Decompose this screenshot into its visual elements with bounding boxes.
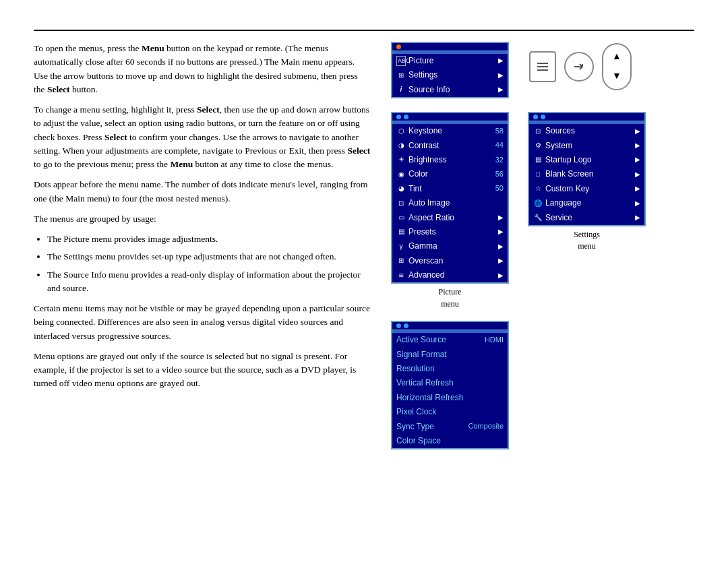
- main-menu-titlebar: [392, 43, 508, 51]
- language-icon: 🌐: [533, 199, 543, 209]
- main-menu-container: ABC Picture ▶ ⊞ Settings ▶: [391, 42, 509, 101]
- middle-section: ⬡Keystone 58 ◑Contrast 44 ☀Brightness 32…: [391, 112, 694, 310]
- paragraph-6: Menu options are grayed out only if the …: [34, 350, 371, 391]
- keystone-value: 58: [495, 126, 504, 137]
- sourceinfo-menu-titlebar: [392, 322, 508, 330]
- sourceinfo-activesource: Active Source HDMI: [392, 333, 508, 347]
- picture-menu-panel: ⬡Keystone 58 ◑Contrast 44 ☀Brightness 32…: [391, 112, 509, 284]
- presets-icon: ▤: [396, 227, 406, 237]
- picture-gamma: γGamma ▶: [392, 239, 508, 253]
- gamma-icon: γ: [396, 242, 406, 252]
- color-value: 56: [495, 169, 504, 180]
- menu-button-icon: [536, 61, 549, 73]
- brightness-icon: ☀: [396, 155, 406, 165]
- main-menu-item-picture: ABC Picture ▶: [392, 54, 508, 68]
- color-icon: ◉: [396, 170, 406, 180]
- sourceinfo-verticalrefresh: Vertical Refresh: [392, 376, 508, 390]
- settings-blankscreen: □Blank Screen ▶: [529, 167, 644, 181]
- keystone-icon: ⬡: [396, 127, 406, 137]
- picture-arrow: ▶: [498, 56, 504, 66]
- advanced-arrow: ▶: [498, 271, 504, 281]
- sourceinfo-synctype: Sync Type Composite: [392, 420, 508, 434]
- blankscreen-icon: □: [533, 170, 543, 180]
- picture-brightness: ☀Brightness 32: [392, 153, 508, 167]
- picture-icon: ABC: [396, 56, 406, 66]
- sourceinfo-dot2: [404, 323, 408, 328]
- sourceinfo-horizontalrefresh: Horizontal Refresh: [392, 391, 508, 405]
- tint-icon: ◕: [396, 184, 406, 194]
- gamma-arrow: ▶: [498, 242, 504, 252]
- main-menu-dot: [396, 44, 401, 49]
- right-column: ABC Picture ▶ ⊞ Settings ▶: [384, 42, 694, 449]
- picture-autoimage: ⊡Auto Image: [392, 196, 508, 210]
- aspectratio-icon: ▭: [396, 213, 406, 223]
- picture-aspectratio: ▭Aspect Ratio ▶: [392, 211, 508, 225]
- picture-keystone: ⬡Keystone 58: [392, 124, 508, 138]
- settings-customkey: ☆Custom Key ▶: [529, 182, 644, 196]
- overscan-arrow: ▶: [498, 256, 504, 266]
- up-arrow-icon: ▲: [612, 50, 621, 63]
- settings-service: 🔧Service ▶: [529, 211, 644, 225]
- sourceinfo-signalformat: Signal Format: [392, 348, 508, 362]
- top-section: ABC Picture ▶ ⊞ Settings ▶: [391, 42, 694, 101]
- settings-menu-caption: Settingsmenu: [528, 229, 646, 253]
- sources-icon: ⊡: [533, 127, 543, 137]
- customkey-icon: ☆: [533, 184, 543, 194]
- contrast-value: 44: [495, 140, 504, 151]
- main-menu-panel: ABC Picture ▶ ⊞ Settings ▶: [391, 42, 509, 98]
- language-arrow: ▶: [635, 199, 640, 209]
- page-title: [34, 27, 694, 31]
- up-down-button[interactable]: ▲ ▼: [602, 43, 632, 90]
- picture-contrast: ◑Contrast 44: [392, 139, 508, 153]
- paragraph-3: Dots appear before the menu name. The nu…: [34, 178, 371, 206]
- startuplogo-icon: ▤: [533, 155, 543, 165]
- paragraph-4: The menus are grouped by usage:: [34, 212, 371, 226]
- settings-dot2: [541, 115, 545, 119]
- system-arrow: ▶: [635, 141, 640, 151]
- menu-button[interactable]: [529, 51, 556, 82]
- select-button-icon: [572, 59, 586, 74]
- picture-menu-container: ⬡Keystone 58 ◑Contrast 44 ☀Brightness 32…: [391, 112, 509, 310]
- customkey-arrow: ▶: [635, 184, 640, 194]
- sourceinfo-menu-container: Active Source HDMI Signal Format Resolut…: [391, 321, 509, 449]
- picture-dot2: [404, 115, 408, 119]
- startuplogo-arrow: ▶: [635, 155, 640, 165]
- paragraph-5: Certain menu items may not be visible or…: [34, 302, 371, 343]
- settings-language: 🌐Language ▶: [529, 196, 644, 210]
- bullet-2: The Settings menu provides set-up type a…: [47, 250, 371, 263]
- settings-system: ⚙System ▶: [529, 139, 644, 153]
- picture-tint: ◕Tint 50: [392, 182, 508, 196]
- paragraph-2: To change a menu setting, highlight it, …: [34, 103, 371, 171]
- brightness-value: 32: [495, 155, 504, 166]
- tint-value: 50: [495, 183, 504, 194]
- settings-sources: ⊡Sources ▶: [529, 124, 644, 138]
- keypad-buttons-row: ▲ ▼: [529, 43, 632, 90]
- picture-advanced: ≋Advanced ▶: [392, 268, 508, 282]
- contrast-icon: ◑: [396, 141, 406, 151]
- picture-overscan: ⊞Overscan ▶: [392, 254, 508, 268]
- settings-startuplogo: ▤Startup Logo ▶: [529, 153, 644, 167]
- settings-menu-panel: ⊡Sources ▶ ⚙System ▶ ▤Startup Logo ▶ □Bl…: [528, 112, 646, 226]
- picture-dot1: [396, 115, 401, 119]
- sourceinfo-colorspace: Color Space: [392, 434, 508, 448]
- sourceinfo-menu-panel: Active Source HDMI Signal Format Resolut…: [391, 321, 509, 449]
- autoimage-icon: ⊡: [396, 199, 406, 209]
- main-menu-item-sourceinfo: i Source Info ▶: [392, 83, 508, 97]
- bottom-section: Active Source HDMI Signal Format Resolut…: [391, 321, 694, 449]
- settings-icon: ⊞: [396, 71, 406, 81]
- main-menu-item-settings: ⊞ Settings ▶: [392, 68, 508, 82]
- left-column: To open the menus, press the Menu button…: [34, 42, 384, 449]
- keypad-area: ▲ ▼: [529, 42, 632, 90]
- settings-menu-container: ⊡Sources ▶ ⚙System ▶ ▤Startup Logo ▶ □Bl…: [528, 112, 646, 253]
- picture-menu-caption: Picturemenu: [391, 286, 509, 310]
- picture-color: ◉Color 56: [392, 167, 508, 181]
- bullet-3: The Source Info menu provides a read-onl…: [47, 268, 371, 296]
- settings-menu-titlebar: [529, 113, 644, 121]
- sourceinfo-pixelclock: Pixel Clock: [392, 405, 508, 419]
- sourceinfo-dot1: [396, 323, 401, 328]
- settings-arrow: ▶: [498, 71, 504, 81]
- select-button[interactable]: [564, 52, 594, 82]
- bullet-1: The Picture menu provides image adjustme…: [47, 232, 371, 246]
- bullet-list: The Picture menu provides image adjustme…: [47, 232, 371, 295]
- service-arrow: ▶: [635, 213, 640, 223]
